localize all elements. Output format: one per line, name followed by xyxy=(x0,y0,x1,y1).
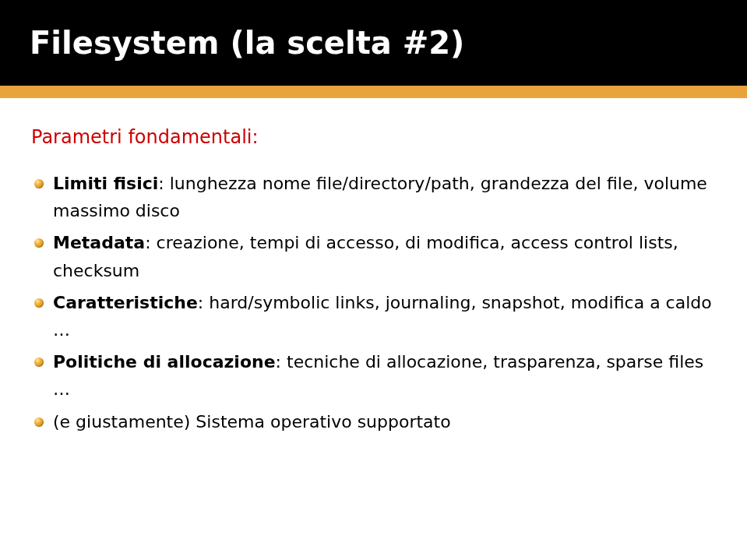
slide-title: Filesystem (la scelta #2) xyxy=(30,25,464,61)
bullet-term: Metadata xyxy=(53,233,145,252)
list-item: Caratteristiche: hard/symbolic links, jo… xyxy=(31,289,716,343)
accent-stripe xyxy=(0,86,747,98)
list-item: (e giustamente) Sistema operativo suppor… xyxy=(31,408,716,435)
bullet-term: Caratteristiche xyxy=(53,293,198,312)
list-item: Limiti fisici: lunghezza nome file/direc… xyxy=(31,170,716,224)
subtitle: Parametri fondamentali: xyxy=(31,126,716,148)
bullet-list: Limiti fisici: lunghezza nome file/direc… xyxy=(31,170,716,435)
bullet-text: (e giustamente) Sistema operativo suppor… xyxy=(53,412,451,431)
list-item: Politiche di allocazione: tecniche di al… xyxy=(31,348,716,403)
slide: Filesystem (la scelta #2) Parametri fond… xyxy=(0,0,747,560)
title-bar: Filesystem (la scelta #2) xyxy=(0,0,747,86)
bullet-term: Politiche di allocazione xyxy=(53,352,276,372)
bullet-term: Limiti fisici xyxy=(53,174,158,193)
bullet-text: : creazione, tempi di accesso, di modifi… xyxy=(53,233,678,280)
list-item: Metadata: creazione, tempi di accesso, d… xyxy=(31,229,716,284)
content-area: Parametri fondamentali: Limiti fisici: l… xyxy=(0,98,747,435)
